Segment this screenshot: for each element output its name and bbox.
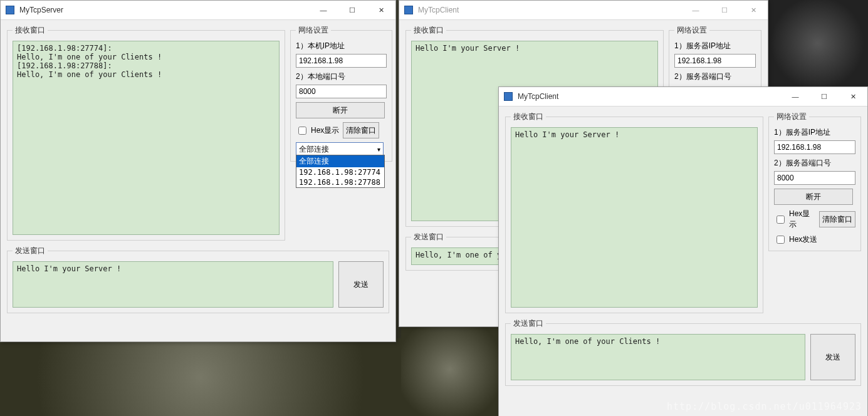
server-port-input[interactable] — [774, 171, 855, 185]
window-title: MyTcpServer — [19, 6, 309, 14]
server-ip-label: 1）服务器IP地址 — [674, 41, 756, 51]
network-settings-group: 网络设置 1）服务器IP地址 2）服务器端口号 — [669, 25, 761, 88]
server-port-label: 2）服务器端口号 — [674, 71, 756, 82]
server-port-label: 2）服务器端口号 — [774, 158, 855, 169]
hex-display-checkbox[interactable]: Hex显示 — [296, 125, 339, 137]
app-icon — [6, 6, 14, 14]
combo-option[interactable]: 192.168.1.98:27774 — [296, 167, 384, 177]
send-legend: 发送窗口 — [511, 318, 546, 329]
local-port-label: 2）本地端口号 — [296, 71, 387, 82]
clear-button[interactable]: 清除窗口 — [819, 211, 855, 227]
send-button[interactable]: 发送 — [338, 261, 384, 308]
send-textarea[interactable]: Hello, I'm one of your Clients ! — [511, 334, 805, 380]
chevron-down-icon: ▾ — [377, 146, 380, 153]
send-textarea[interactable]: Hello I'm your Server ! — [13, 261, 333, 308]
close-button[interactable]: ✕ — [739, 1, 768, 19]
hex-send-checkbox[interactable]: Hex发送 — [774, 234, 855, 246]
minimize-button[interactable]: — — [781, 87, 810, 106]
send-group: 发送窗口 Hello, I'm one of your Clients ! 发送 — [505, 318, 861, 386]
maximize-button[interactable]: ☐ — [710, 1, 739, 19]
titlebar: MyTcpServer — ☐ ✕ — [1, 1, 395, 20]
watermark: http://blog.csdn.net/u011964923 — [667, 401, 862, 412]
connections-dropdown[interactable]: 全部连接 ▾ 全部连接 192.168.1.98:27774 192.168.1… — [296, 142, 384, 156]
minimize-button[interactable]: — — [309, 1, 338, 19]
app-icon — [504, 92, 513, 101]
server-ip-label: 1）服务器IP地址 — [774, 127, 855, 138]
receive-legend: 接收窗口 — [511, 112, 546, 122]
receive-legend: 接收窗口 — [411, 25, 446, 36]
window-mytcpserver: MyTcpServer — ☐ ✕ 接收窗口 [192.168.1.98:277… — [0, 0, 396, 342]
combo-selected: 全部连接 — [299, 144, 329, 155]
receive-legend: 接收窗口 — [13, 25, 48, 36]
combo-option[interactable]: 全部连接 — [296, 155, 384, 167]
send-legend: 发送窗口 — [411, 232, 446, 242]
clear-button[interactable]: 清除窗口 — [343, 122, 379, 138]
window-title: MyTcpClient — [518, 92, 781, 101]
minimize-button[interactable]: — — [681, 1, 710, 19]
send-group: 发送窗口 Hello I'm your Server ! 发送 — [7, 246, 389, 313]
receive-group: 接收窗口 Hello I'm your Server ! — [505, 112, 763, 313]
local-port-input[interactable] — [296, 85, 387, 98]
send-textarea[interactable]: Hello, I'm one of your — [411, 247, 501, 265]
close-button[interactable]: ✕ — [367, 1, 395, 19]
net-legend: 网络设置 — [774, 112, 809, 122]
disconnect-button[interactable]: 断开 — [774, 189, 853, 205]
close-button[interactable]: ✕ — [839, 87, 867, 106]
server-ip-input[interactable] — [674, 54, 756, 68]
app-icon — [404, 6, 413, 14]
receive-textarea[interactable]: [192.168.1.98:27774]: Hello, I'm one of … — [13, 41, 280, 235]
local-ip-label: 1）本机IP地址 — [296, 41, 387, 51]
maximize-button[interactable]: ☐ — [338, 1, 367, 19]
hex-display-checkbox[interactable]: Hex显示 — [774, 209, 815, 230]
window-title: MyTcpClient — [418, 6, 681, 14]
net-legend: 网络设置 — [296, 25, 331, 36]
net-legend: 网络设置 — [674, 25, 709, 36]
disconnect-button[interactable]: 断开 — [296, 102, 385, 118]
receive-textarea[interactable]: Hello I'm your Server ! — [511, 127, 758, 308]
combo-option[interactable]: 192.168.1.98:27788 — [296, 177, 384, 187]
titlebar: MyTcpClient — ☐ ✕ — [399, 1, 768, 20]
window-mytcpclient-2: MyTcpClient — ☐ ✕ 接收窗口 Hello I'm your Se… — [498, 86, 868, 416]
send-button[interactable]: 发送 — [810, 334, 855, 380]
receive-group: 接收窗口 [192.168.1.98:27774]: Hello, I'm on… — [7, 25, 285, 241]
connections-dropdown-list: 全部连接 192.168.1.98:27774 192.168.1.98:277… — [296, 155, 385, 188]
maximize-button[interactable]: ☐ — [810, 87, 839, 106]
network-settings-group: 网络设置 1）服务器IP地址 2）服务器端口号 断开 Hex显示 清除窗口 He… — [768, 112, 861, 251]
titlebar: MyTcpClient — ☐ ✕ — [499, 87, 867, 107]
send-legend: 发送窗口 — [13, 246, 48, 256]
local-ip-input[interactable] — [296, 54, 387, 68]
server-ip-input[interactable] — [774, 140, 855, 154]
network-settings-group: 网络设置 1）本机IP地址 2）本地端口号 断开 Hex显示 清除窗口 — [290, 25, 392, 162]
